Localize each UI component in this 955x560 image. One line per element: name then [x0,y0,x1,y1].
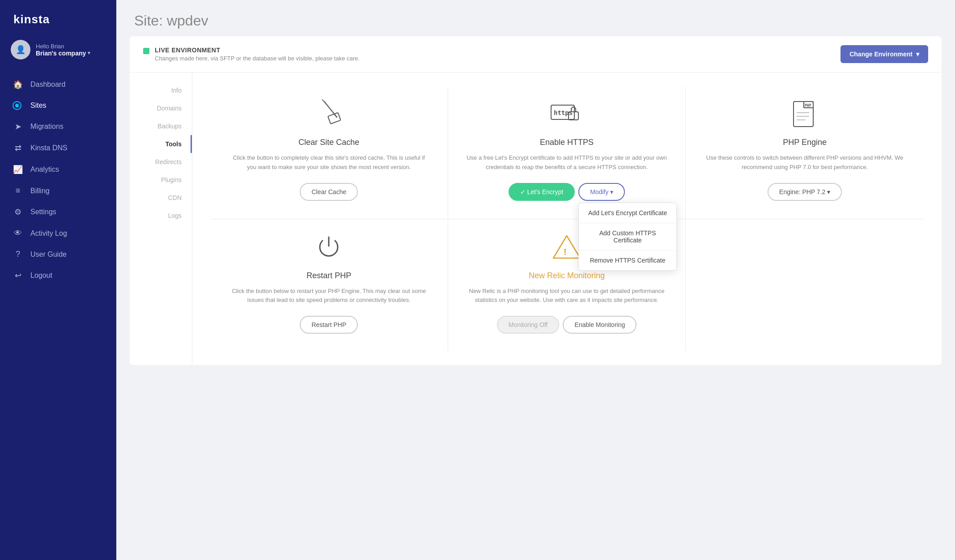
sub-navigation: Info Domains Backups Tools Redirects Plu… [130,72,192,365]
clear-cache-title: Clear Site Cache [298,138,359,147]
svg-text:PHP: PHP [805,104,811,108]
sidebar-item-label: Sites [30,102,47,110]
settings-icon: ⚙ [13,207,23,217]
new-relic-btn-row: Monitoring Off Enable Monitoring [497,316,637,334]
modify-button[interactable]: Modify ▾ [578,183,625,201]
tool-enable-https: https Enable HTTPS Use a free Let's Encr… [448,86,686,219]
sidebar-item-user-guide[interactable]: ? User Guide [0,244,116,265]
lets-encrypt-button[interactable]: ✓ Let's Encrypt [509,183,575,201]
new-relic-title: New Relic Monitoring [529,271,605,280]
content-panel: Info Domains Backups Tools Redirects Plu… [130,72,942,365]
sidebar-item-dashboard[interactable]: 🏠 Dashboard [0,74,116,95]
eye-icon: 👁 [13,229,23,238]
change-environment-button[interactable]: Change Environment ▾ [840,45,928,63]
user-section[interactable]: 👤 Hello Brian Brian's company ▾ [0,35,116,70]
chevron-down-icon: ▾ [88,50,90,56]
env-subtitle: Changes made here, via SFTP or the datab… [155,55,360,62]
sidebar: kinsta 👤 Hello Brian Brian's company ▾ 🏠… [0,0,116,560]
sidebar-item-billing[interactable]: ≡ Billing [0,180,116,201]
restart-php-desc: Click the button below to restart your P… [228,287,430,305]
env-title: LIVE ENVIRONMENT [155,47,360,54]
restart-php-button[interactable]: Restart PHP [300,316,358,334]
sidebar-item-settings[interactable]: ⚙ Settings [0,201,116,223]
env-info: LIVE ENVIRONMENT Changes made here, via … [143,47,360,62]
user-info: Hello Brian Brian's company ▾ [36,43,106,57]
sidebar-item-label: Analytics [30,165,59,174]
help-icon: ? [13,250,23,259]
main-content: Site: wpdev LIVE ENVIRONMENT Changes mad… [116,0,955,560]
new-relic-icon: ! [551,233,582,264]
tab-tools[interactable]: Tools [130,135,192,153]
enable-https-desc: Use a free Let's Encrypt certificate to … [466,153,668,172]
page-title: Site: wpdev [134,13,937,29]
monitoring-off-button[interactable]: Monitoring Off [497,316,560,334]
environment-banner: LIVE ENVIRONMENT Changes made here, via … [130,36,942,72]
sidebar-item-label: Migrations [30,123,64,131]
broom-icon [315,99,342,131]
user-hello: Hello Brian [36,43,106,50]
tools-grid: Clear Site Cache Click the button to com… [210,86,924,352]
php-icon: PHP [791,99,818,131]
tab-info[interactable]: Info [130,81,192,99]
tool-restart-php: Restart PHP Click the button below to re… [210,219,448,352]
billing-icon: ≡ [13,186,23,195]
user-company: Brian's company ▾ [36,50,106,57]
engine-select-button[interactable]: Engine: PHP 7.2 ▾ [768,183,842,201]
dropdown-item-custom-https[interactable]: Add Custom HTTPS Certificate [579,223,676,250]
svg-text:https: https [554,109,573,116]
svg-marker-15 [553,236,580,258]
modify-dropdown-wrapper: Modify ▾ Add Let's Encrypt Certificate [578,183,625,201]
clear-cache-button[interactable]: Clear Cache [300,183,358,201]
sidebar-item-migrations[interactable]: ➤ Migrations [0,116,116,137]
analytics-icon: 📈 [13,165,23,174]
sidebar-item-label: Logout [30,272,52,280]
sidebar-item-label: Billing [30,187,50,195]
sidebar-item-logout[interactable]: ↩ Logout [0,265,116,286]
page-header: Site: wpdev [116,0,955,36]
php-engine-desc: Use these controls to switch between dif… [704,153,906,172]
restart-php-title: Restart PHP [306,271,351,280]
sidebar-item-label: Kinsta DNS [30,144,68,152]
content-area: LIVE ENVIRONMENT Changes made here, via … [116,36,955,560]
migrations-icon: ➤ [13,122,23,132]
sidebar-item-label: Settings [30,208,56,216]
tool-php-engine: PHP PHP Engine Use these controls to swi… [686,86,924,219]
dns-icon: ⇄ [13,143,23,153]
svg-line-5 [322,99,334,114]
new-relic-desc: New Relic is a PHP monitoring tool you c… [466,287,668,305]
tab-backups[interactable]: Backups [130,117,192,135]
logo-text: kinsta [13,13,50,26]
dropdown-item-lets-encrypt[interactable]: Add Let's Encrypt Certificate [579,203,676,223]
sidebar-item-label: User Guide [30,250,67,259]
tool-clear-cache: Clear Site Cache Click the button to com… [210,86,448,219]
sidebar-item-analytics[interactable]: 📈 Analytics [0,159,116,180]
env-text: LIVE ENVIRONMENT Changes made here, via … [155,47,360,62]
tab-cdn[interactable]: CDN [130,189,192,207]
enable-https-title: Enable HTTPS [540,138,594,147]
tools-content: Clear Site Cache Click the button to com… [192,72,942,365]
logout-icon: ↩ [13,271,23,280]
svg-rect-4 [328,113,341,124]
sidebar-item-label: Activity Log [30,229,67,238]
enable-monitoring-button[interactable]: Enable Monitoring [563,316,637,334]
svg-text:!: ! [564,247,567,257]
tab-domains[interactable]: Domains [130,99,192,117]
https-icon: https [549,99,585,131]
dropdown-item-remove-https[interactable]: Remove HTTPS Certificate [579,250,676,270]
tab-redirects[interactable]: Redirects [130,153,192,171]
tab-plugins[interactable]: Plugins [130,171,192,189]
https-btn-row: ✓ Let's Encrypt Modify ▾ [509,183,625,201]
sidebar-item-sites[interactable]: Sites [0,95,116,116]
modify-dropdown-menu: Add Let's Encrypt Certificate Add Custom… [578,203,677,271]
sidebar-item-kinsta-dns[interactable]: ⇄ Kinsta DNS [0,137,116,159]
power-icon [315,233,342,264]
sites-icon [13,101,23,110]
home-icon: 🏠 [13,80,23,89]
avatar: 👤 [11,40,30,59]
chevron-down-icon: ▾ [916,51,919,58]
sidebar-item-activity-log[interactable]: 👁 Activity Log [0,223,116,244]
php-engine-title: PHP Engine [783,138,827,147]
tab-logs[interactable]: Logs [130,207,192,225]
sidebar-item-label: Dashboard [30,81,65,89]
live-dot [143,48,149,54]
